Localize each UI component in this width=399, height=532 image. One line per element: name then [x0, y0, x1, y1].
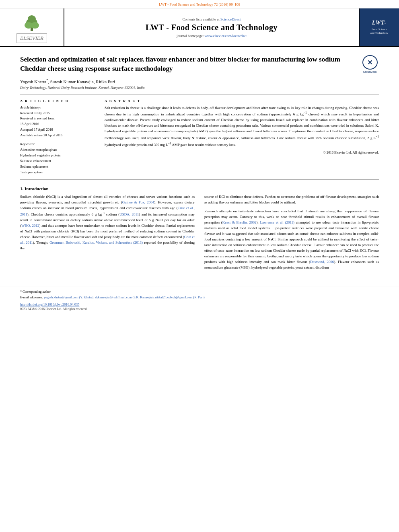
keyword-1: Adenosine monophosphate	[20, 148, 97, 152]
abstract-col: A B S T R A C T Salt reduction in cheese…	[105, 99, 379, 176]
section-name: Introduction	[25, 186, 49, 191]
contents-line: Contents lists available at ScienceDirec…	[183, 17, 241, 21]
authors: Yogesh Khetra*, Suresh Kumar Kanawjia, R…	[20, 78, 379, 84]
sciencedirect-link[interactable]: ScienceDirect	[220, 17, 241, 21]
ref-lawrence[interactable]: Lawrence et al. (2011)	[260, 220, 295, 224]
introduction-section: 1. Introduction Sodium chloride (NaCl) i…	[20, 186, 379, 273]
ref-guinee-fox[interactable]: Guinee & Fox, 2004	[122, 200, 154, 204]
header-right-box: LWT- Food Scienceand Technology	[359, 8, 399, 46]
article-info-col: A R T I C L E I N F O Article history: R…	[20, 99, 97, 176]
history-item-1: Received 3 July 2015	[20, 111, 97, 116]
article-title: Selection and optimization of salt repla…	[20, 55, 379, 74]
copyright-line: © 2016 Elsevier Ltd. All rights reserved…	[105, 150, 379, 154]
section-title: 1. Introduction	[20, 186, 379, 191]
footer-area: * Corresponding author. E-mail addresses…	[0, 286, 399, 314]
main-content: Selection and optimization of salt repla…	[0, 47, 399, 282]
ref-keast[interactable]: Keast & Breslin, 2002	[222, 220, 257, 224]
keyword-3: Saltiness enhancement	[20, 159, 97, 164]
email-footer: E-mail addresses: yogesh.khetra@gmail.co…	[20, 295, 379, 300]
contents-text: Contents lists available at	[183, 17, 220, 21]
svg-point-3	[31, 22, 39, 29]
journal-reference: LWT - Food Science and Technology 72 (20…	[159, 2, 240, 6]
intro-para-1: Sodium chloride (NaCl) is a vital ingred…	[20, 194, 195, 251]
crossmark-badge: ✕ CrossMark	[361, 55, 379, 73]
header-area: ELSEVIER Contents lists available at Sci…	[0, 8, 399, 47]
ref-cruz-2011[interactable]: Cruz et al., 2011	[20, 206, 195, 216]
crossmark-circle: ✕	[362, 55, 378, 70]
homepage-link[interactable]: www.elsevier.com/locate/lwt	[205, 34, 247, 38]
divider-2	[20, 179, 379, 180]
authors-text: Yogesh Khetra*, Suresh Kumar Kanawjia, R…	[20, 79, 115, 84]
lwt-badge: LWT-	[372, 20, 387, 26]
email-label: E-mail addresses:	[20, 296, 43, 299]
affiliation: Dairy Technology, National Dairy Researc…	[20, 86, 379, 90]
divider	[20, 94, 379, 95]
keyword-4: Sodium replacement	[20, 164, 97, 169]
keyword-2: Hydrolysed vegetable protein	[20, 153, 97, 158]
intro-para-right-2: Research attempts on taste–taste interac…	[204, 209, 379, 270]
history-item-5: Available online 20 April 2016	[20, 133, 97, 138]
history-item-3: 15 April 2016	[20, 122, 97, 127]
intro-para-right-1: source of KCl to eliminate these defects…	[204, 194, 379, 205]
keyword-5: Taste perception	[20, 170, 97, 175]
homepage-text: journal homepage:	[177, 34, 204, 38]
abstract-header: A B S T R A C T	[105, 99, 379, 103]
header-center: Contents lists available at ScienceDirec…	[64, 8, 359, 46]
crossmark-icon: ✕	[367, 59, 372, 66]
article-info-header: A R T I C L E I N F O	[20, 99, 97, 103]
abstract-text: Salt reduction in cheese is a challenge …	[105, 105, 379, 148]
keywords-label: Keywords:	[20, 142, 97, 146]
article-history-label: Article history:	[20, 105, 97, 109]
journal-title: LWT - Food Science and Technology	[146, 23, 278, 32]
page-wrapper: LWT - Food Science and Technology 72 (20…	[0, 0, 399, 314]
ref-grummer[interactable]: Grummer, Bobowski, Karalus, Vickers, and…	[49, 240, 143, 244]
history-item-4: Accepted 17 April 2016	[20, 127, 97, 132]
history-item-2: Received in revised form	[20, 116, 97, 121]
ref-who[interactable]: WHO, 2012	[21, 224, 39, 228]
elsevier-label: ELSEVIER	[16, 33, 47, 43]
section-number: 1.	[20, 186, 23, 191]
lwt-badge-subtitle: Food Scienceand Technology	[370, 28, 389, 35]
doi-link[interactable]: http://dx.doi.org/10.1016/j.lwt.2016.04.…	[20, 302, 79, 306]
email-links[interactable]: yogesh.khetra@gmail.com (Y. Khetra), skk…	[44, 296, 206, 299]
elsevier-tree-icon	[20, 12, 44, 32]
elsevier-logo-box: ELSEVIER	[0, 8, 64, 46]
intro-left-col: Sodium chloride (NaCl) is a vital ingred…	[20, 194, 195, 273]
journal-ref-bar: LWT - Food Science and Technology 72 (20…	[0, 0, 399, 8]
keywords-section: Keywords: Adenosine monophosphate Hydrol…	[20, 142, 97, 175]
article-info-abstract: A R T I C L E I N F O Article history: R…	[20, 99, 379, 176]
issn-line: 0023-6438/© 2016 Elsevier Ltd. All right…	[20, 307, 379, 311]
intro-right-col: source of KCl to eliminate these defects…	[204, 194, 379, 273]
ref-desmond[interactable]: Desmond, 2006	[310, 260, 334, 264]
intro-two-col: Sodium chloride (NaCl) is a vital ingred…	[20, 194, 379, 273]
ref-usda[interactable]: USDA, 2011	[119, 212, 139, 216]
corresponding-note: * Corresponding author.	[20, 290, 379, 294]
crossmark-label: CrossMark	[363, 70, 377, 73]
journal-homepage: journal homepage: www.elsevier.com/locat…	[177, 34, 247, 38]
svg-point-4	[28, 15, 36, 23]
